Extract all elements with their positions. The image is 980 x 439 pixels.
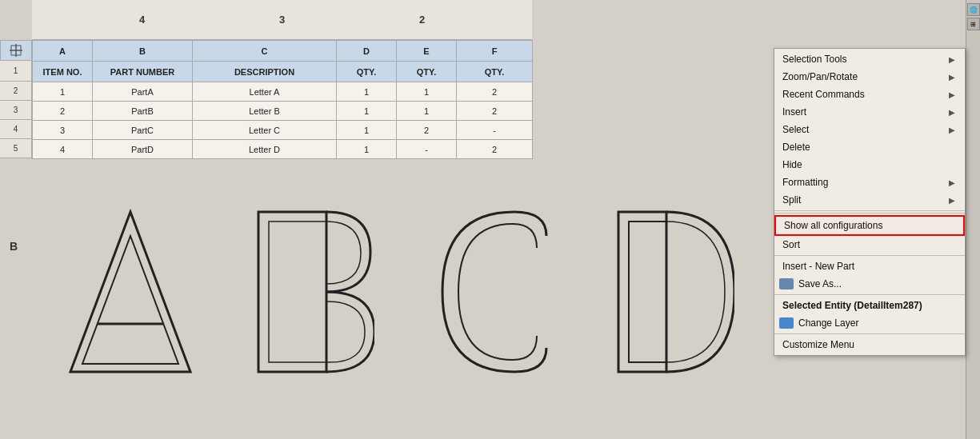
menu-item-label: Change Layer — [798, 317, 858, 329]
cell-qty3-2: - — [457, 121, 533, 140]
submenu-arrow-icon: ▶ — [949, 73, 955, 82]
menu-item-label: Save As... — [798, 278, 842, 289]
cell-qty2-3: - — [397, 140, 457, 159]
submenu-arrow-icon: ▶ — [949, 126, 955, 134]
menu-item-recent-commands[interactable]: Recent Commands▶ — [774, 86, 965, 103]
submenu-arrow-icon: ▶ — [949, 90, 955, 99]
cell-qty3-3: 2 — [457, 140, 533, 159]
col-header-d: D — [337, 41, 397, 62]
submenu-arrow-icon: ▶ — [949, 196, 955, 205]
row-1-label: 1 — [0, 61, 31, 82]
submenu-arrow-icon: ▶ — [949, 55, 955, 64]
cell-desc-2: Letter C — [193, 121, 337, 140]
svg-rect-8 — [618, 212, 666, 372]
menu-item-insert[interactable]: Insert▶ — [774, 103, 965, 121]
submenu-arrow-icon: ▶ — [949, 108, 955, 117]
cell-desc-0: Letter A — [193, 82, 337, 102]
menu-item-sort[interactable]: Sort — [774, 236, 965, 253]
cell-qty3-1: 2 — [457, 102, 533, 121]
col-header-e: E — [397, 41, 457, 62]
cell-part-1: PartB — [93, 102, 193, 121]
menu-item-label: Delete — [782, 142, 810, 153]
menu-item-label: Sort — [782, 239, 800, 250]
ruler-col-4: 4 — [139, 14, 145, 26]
letter-c-svg — [426, 204, 554, 380]
menu-item-insert---new-part[interactable]: Insert - New Part — [774, 257, 965, 275]
menu-item-selected-entity: Selected Entity (DetailItem287) — [774, 297, 965, 314]
cell-item-1: 2 — [33, 102, 93, 121]
menu-item-save-as...[interactable]: Save As... — [774, 275, 965, 293]
sidebar-icon-globe[interactable]: 🌐 — [967, 3, 980, 16]
menu-separator-after-save-as — [774, 294, 965, 295]
menu-item-label: Zoom/Pan/Rotate — [782, 71, 858, 82]
header-part-number: PART NUMBER — [93, 62, 193, 82]
menu-item-label: Split — [782, 194, 801, 206]
cell-qty1-1: 1 — [337, 102, 397, 121]
table-row: 2 PartB Letter B 1 1 2 — [33, 102, 533, 121]
menu-item-select[interactable]: Select▶ — [774, 121, 965, 138]
row-3-label: 3 — [0, 101, 31, 120]
cell-part-2: PartC — [93, 121, 193, 140]
canvas-area: 4 3 2 A B C D E F ITEM NO. PART NUMBER D… — [0, 0, 792, 439]
menu-item-formatting[interactable]: Formatting▶ — [774, 174, 965, 191]
header-description: DESCRIPTION — [193, 62, 337, 82]
ruler-col-3: 3 — [279, 14, 285, 26]
table-row: 4 PartD Letter D 1 - 2 — [33, 140, 533, 159]
menu-item-hide[interactable]: Hide — [774, 156, 965, 174]
svg-rect-9 — [629, 221, 666, 362]
layers-icon — [779, 317, 794, 329]
menu-item-label: Recent Commands — [782, 89, 865, 100]
cell-part-0: PartA — [93, 82, 193, 102]
menu-separator-before-show-configs — [774, 213, 965, 214]
menu-item-show-all-configurations[interactable]: Show all configurations — [774, 215, 965, 236]
ruler-col-2: 2 — [419, 14, 425, 26]
menu-item-customize-menu[interactable]: Customize Menu — [774, 336, 965, 353]
cell-desc-3: Letter D — [193, 140, 337, 159]
header-qty3: QTY. — [457, 62, 533, 82]
letter-a-svg — [66, 204, 194, 380]
menu-item-label: Insert - New Part — [782, 261, 854, 272]
menu-item-split[interactable]: Split▶ — [774, 191, 965, 209]
crosshair-cell — [0, 40, 32, 61]
header-qty1: QTY. — [337, 62, 397, 82]
menu-item-label: Formatting — [782, 177, 828, 188]
row-5-label: 5 — [0, 139, 31, 158]
cell-desc-1: Letter B — [193, 102, 337, 121]
cell-item-2: 3 — [33, 121, 93, 140]
cell-qty2-1: 1 — [397, 102, 457, 121]
submenu-arrow-icon: ▶ — [949, 178, 955, 187]
menu-item-zoom-pan-rotate[interactable]: Zoom/Pan/Rotate▶ — [774, 68, 965, 86]
letter-b-svg — [246, 204, 374, 380]
cell-part-3: PartD — [93, 140, 193, 159]
cell-qty2-2: 2 — [397, 121, 457, 140]
col-header-a: A — [33, 41, 93, 62]
letter-d-svg — [606, 204, 734, 380]
cell-qty1-0: 1 — [337, 82, 397, 102]
col-header-c: C — [193, 41, 337, 62]
sidebar-icon-grid[interactable]: ⊞ — [967, 18, 980, 30]
menu-item-label: Hide — [782, 159, 802, 170]
cell-item-0: 1 — [33, 82, 93, 102]
col-header-f: F — [457, 41, 533, 62]
menu-separator-after-change-layer — [774, 333, 965, 334]
cell-qty1-2: 1 — [337, 121, 397, 140]
menu-item-label: Selection Tools — [782, 54, 847, 65]
header-qty2: QTY. — [397, 62, 457, 82]
table-row: 1 PartA Letter A 1 1 2 — [33, 82, 533, 102]
row-4-label: 4 — [0, 120, 31, 139]
svg-rect-7 — [269, 221, 326, 362]
row-2-label: 2 — [0, 82, 31, 101]
menu-item-selection-tools[interactable]: Selection Tools▶ — [774, 50, 965, 68]
cell-item-3: 4 — [33, 140, 93, 159]
cell-qty3-0: 2 — [457, 82, 533, 102]
b-label: B — [10, 240, 18, 253]
header-item-no: ITEM NO. — [33, 62, 93, 82]
menu-item-label: Customize Menu — [782, 339, 854, 350]
menu-item-change-layer[interactable]: Change Layer — [774, 314, 965, 332]
context-menu: Selection Tools▶Zoom/Pan/Rotate▶Recent C… — [774, 48, 966, 356]
letters-area — [40, 160, 760, 424]
table-row: 3 PartC Letter C 1 2 - — [33, 121, 533, 140]
menu-separator-after-sort — [774, 255, 965, 256]
col-header-b: B — [93, 41, 193, 62]
menu-item-delete[interactable]: Delete — [774, 138, 965, 156]
